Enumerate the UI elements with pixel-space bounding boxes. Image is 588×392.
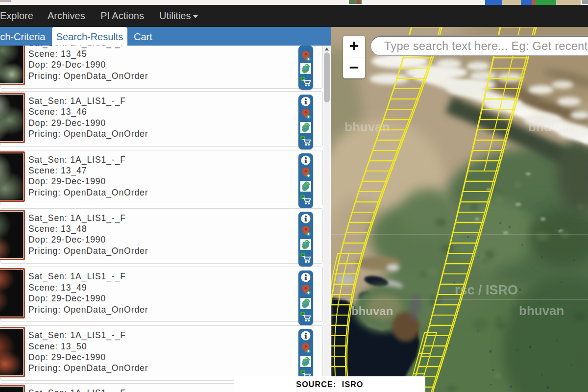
svg-text:bhuvan: bhuvan (351, 304, 393, 318)
svg-text:bhuvan: bhuvan (519, 303, 564, 318)
svg-text:bhuvan: bhuvan (528, 120, 573, 134)
